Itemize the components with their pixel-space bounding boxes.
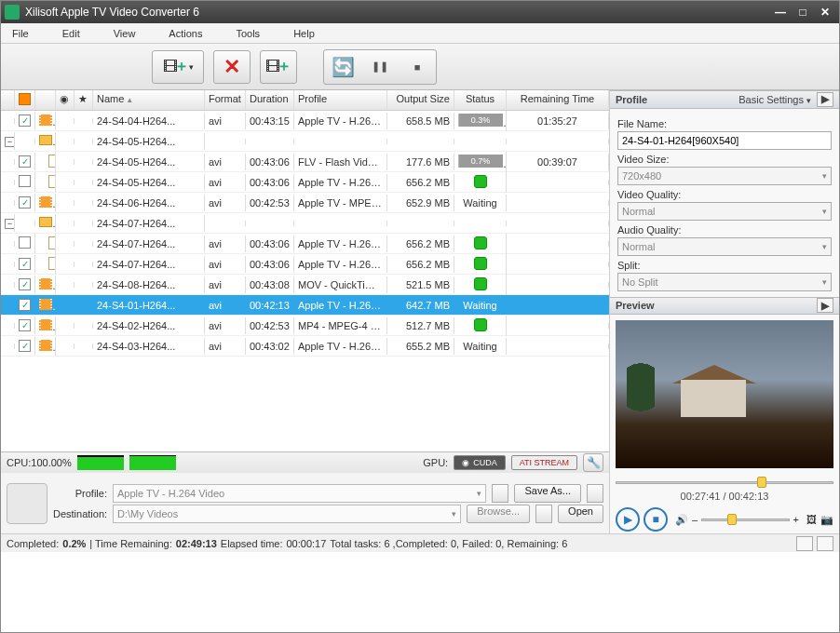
col-format[interactable]: Format xyxy=(205,90,246,110)
table-row[interactable]: ✓24-S4-01-H264...avi00:42:13Apple TV - H… xyxy=(1,295,609,316)
row-format xyxy=(205,139,246,144)
add-file-button[interactable]: 🎞＋▾ xyxy=(152,50,204,84)
table-row[interactable]: ✓24-S4-07-H264...avi00:43:06Apple TV - H… xyxy=(1,254,609,275)
row-output: 512.7 MB xyxy=(387,317,454,334)
row-checkbox[interactable]: ✓ xyxy=(15,255,35,273)
table-row[interactable]: ✓24-S4-08-H264...avi00:43:08MOV - QuickT… xyxy=(1,275,609,295)
close-button[interactable]: ✕ xyxy=(815,4,835,20)
profile-menu-button[interactable] xyxy=(492,484,508,503)
play-button[interactable]: ▶ xyxy=(616,507,640,532)
table-row[interactable]: 24-S4-05-H264...avi00:43:06Apple TV - H.… xyxy=(1,172,609,193)
table-row[interactable]: ✓24-S4-03-H264...avi00:43:02Apple TV - H… xyxy=(1,336,609,357)
videoquality-select[interactable]: Normal▾ xyxy=(617,202,832,221)
browse-menu-button[interactable] xyxy=(535,505,552,523)
row-checkbox[interactable] xyxy=(15,172,35,192)
save-as-button[interactable]: Save As... xyxy=(514,484,581,503)
device-icon[interactable] xyxy=(7,483,47,524)
maximize-button[interactable]: □ xyxy=(793,4,813,20)
row-output xyxy=(387,221,454,226)
row-name: 24-S4-07-H264... xyxy=(93,236,205,252)
stop-button[interactable]: ■ xyxy=(400,52,434,82)
table-row[interactable]: 24-S4-07-H264...avi00:43:06Apple TV - H.… xyxy=(1,234,609,254)
col-checkall[interactable] xyxy=(15,90,35,110)
col-status[interactable]: Status xyxy=(454,90,507,110)
profile-expand-button[interactable]: ▶ xyxy=(817,92,833,107)
row-remaining xyxy=(507,139,609,144)
menu-view[interactable]: View xyxy=(114,28,136,39)
menu-edit[interactable]: Edit xyxy=(62,28,80,39)
table-row[interactable]: ✓24-S4-02-H264...avi00:42:53MP4 - MPEG-4… xyxy=(1,316,609,336)
menu-help[interactable]: Help xyxy=(293,28,315,39)
row-checkbox[interactable] xyxy=(15,234,35,253)
videosize-select[interactable]: 720x480▾ xyxy=(617,167,832,185)
browse-button[interactable]: Browse... xyxy=(467,505,530,523)
row-checkbox[interactable]: ✓ xyxy=(15,112,35,129)
col-duration[interactable]: Duration xyxy=(246,90,294,110)
status-list-button[interactable] xyxy=(796,536,813,551)
save-as-menu-button[interactable] xyxy=(587,484,603,503)
pause-button[interactable]: ❚❚ xyxy=(363,52,397,82)
expand-toggle[interactable]: − xyxy=(1,132,15,150)
snapshot-folder-button[interactable]: 🖼 xyxy=(806,514,817,525)
file-table-body[interactable]: ✓24-S4-04-H264...avi00:43:15Apple TV - H… xyxy=(1,111,609,451)
row-duration: 00:43:06 xyxy=(246,256,294,273)
row-profile: Apple TV - H.264 ... xyxy=(294,113,387,129)
row-checkbox[interactable]: ✓ xyxy=(15,316,35,334)
gpu-config-button[interactable]: 🔧 xyxy=(583,453,603,472)
table-row[interactable]: ✓24-S4-04-H264...avi00:43:15Apple TV - H… xyxy=(1,111,609,131)
col-profile[interactable]: Profile xyxy=(294,90,387,110)
table-row[interactable]: ✓24-S4-06-H264...avi00:42:53Apple TV - M… xyxy=(1,193,609,213)
preview-stop-button[interactable]: ■ xyxy=(644,507,668,532)
row-output: 652.9 MB xyxy=(387,195,454,211)
col-remaining[interactable]: Remaining Time xyxy=(507,90,609,110)
volume-slider[interactable] xyxy=(701,513,789,526)
row-duration: 00:43:02 xyxy=(246,338,294,355)
audioquality-select[interactable]: Normal▾ xyxy=(617,237,832,256)
filename-input[interactable] xyxy=(617,131,832,150)
cuda-badge[interactable]: ◉CUDA xyxy=(454,455,506,470)
add-profile-button[interactable]: 🎞＋ xyxy=(260,50,297,84)
settings-dropdown[interactable]: Basic Settings ▾ xyxy=(738,94,811,105)
destination-input[interactable]: D:\My Videos▾ xyxy=(113,505,461,523)
row-checkbox xyxy=(15,221,35,226)
menu-file[interactable]: File xyxy=(12,28,29,39)
preview-expand-button[interactable]: ▶ xyxy=(817,298,833,313)
menu-actions[interactable]: Actions xyxy=(169,28,202,39)
row-name: 24-S4-03-H264... xyxy=(93,338,205,355)
profile-panel-header: Profile Basic Settings ▾ ▶ xyxy=(610,90,839,109)
gpu-label: GPU: xyxy=(423,457,448,468)
toolbar: 🎞＋▾ ✕ 🎞＋ 🔄 ❚❚ ■ xyxy=(1,44,839,90)
split-select[interactable]: No Split▾ xyxy=(617,273,832,291)
row-checkbox xyxy=(15,139,35,144)
open-button[interactable]: Open xyxy=(558,505,603,523)
preview-video[interactable] xyxy=(616,320,833,467)
snapshot-button[interactable]: 📷 xyxy=(820,514,833,526)
remove-button[interactable]: ✕ xyxy=(213,50,251,84)
system-row: CPU:100.00% GPU: ◉CUDA ATI STREAM 🔧 xyxy=(1,452,609,473)
table-group-row[interactable]: −24-S4-05-H264... xyxy=(1,131,609,152)
preview-seek-slider[interactable] xyxy=(616,476,833,487)
expand-toggle xyxy=(1,282,15,288)
row-checkbox[interactable]: ✓ xyxy=(15,337,35,355)
expand-toggle[interactable]: − xyxy=(1,214,15,232)
col-disc-icon[interactable]: ◉ xyxy=(56,90,75,110)
table-group-row[interactable]: −24-S4-07-H264... xyxy=(1,213,609,234)
volume-icon[interactable]: 🔊 xyxy=(675,514,688,526)
row-checkbox[interactable]: ✓ xyxy=(15,194,35,211)
convert-button[interactable]: 🔄 xyxy=(326,52,359,82)
row-format: avi xyxy=(205,317,246,334)
row-checkbox[interactable]: ✓ xyxy=(15,276,35,293)
col-output[interactable]: Output Size xyxy=(387,90,454,110)
row-checkbox[interactable]: ✓ xyxy=(15,153,35,170)
row-format: avi xyxy=(205,338,246,355)
menu-tools[interactable]: Tools xyxy=(236,28,260,39)
row-checkbox[interactable]: ✓ xyxy=(15,296,35,314)
minimize-button[interactable]: — xyxy=(770,4,791,20)
ati-badge[interactable]: ATI STREAM xyxy=(511,455,577,470)
col-star-icon[interactable]: ★ xyxy=(75,90,93,110)
profile-select[interactable]: Apple TV - H.264 Video▾ xyxy=(113,484,486,503)
status-power-button[interactable] xyxy=(817,536,833,551)
table-row[interactable]: ✓24-S4-05-H264...avi00:43:06FLV - Flash … xyxy=(1,152,609,172)
col-name[interactable]: Name▲ xyxy=(93,90,205,110)
row-name: 24-S4-04-H264... xyxy=(93,113,205,129)
